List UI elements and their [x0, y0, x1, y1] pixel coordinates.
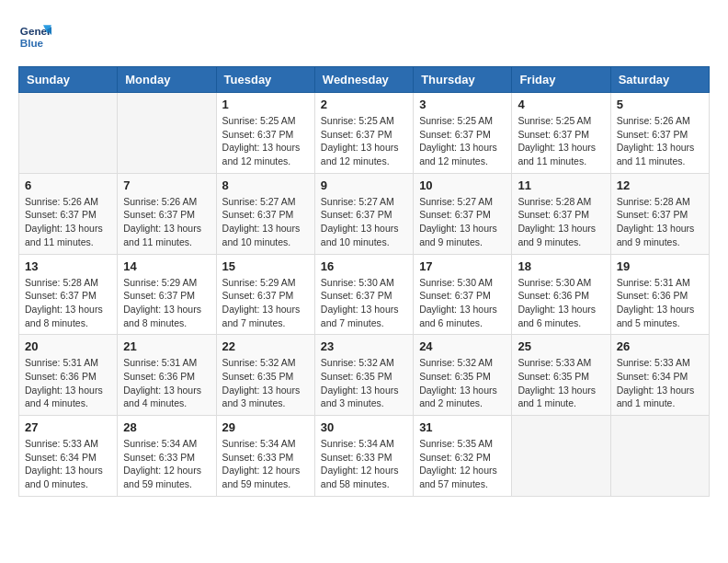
day-detail: Sunrise: 5:26 AMSunset: 6:37 PMDaylight:…: [617, 114, 703, 168]
day-number: 8: [222, 178, 309, 192]
day-detail: Sunrise: 5:25 AMSunset: 6:37 PMDaylight:…: [518, 114, 604, 168]
day-number: 19: [617, 259, 703, 273]
day-cell: 27Sunrise: 5:33 AMSunset: 6:34 PMDayligh…: [19, 416, 118, 497]
day-detail: Sunrise: 5:29 AMSunset: 6:37 PMDaylight:…: [123, 276, 210, 330]
day-detail: Sunrise: 5:35 AMSunset: 6:32 PMDaylight:…: [419, 437, 506, 491]
col-header-wednesday: Wednesday: [314, 67, 413, 93]
col-header-monday: Monday: [118, 67, 216, 93]
day-number: 31: [419, 420, 506, 434]
day-cell: 7Sunrise: 5:26 AMSunset: 6:37 PMDaylight…: [118, 173, 216, 254]
day-cell: [512, 416, 610, 497]
day-detail: Sunrise: 5:29 AMSunset: 6:37 PMDaylight:…: [222, 276, 309, 330]
col-header-friday: Friday: [512, 67, 610, 93]
day-cell: 25Sunrise: 5:33 AMSunset: 6:35 PMDayligh…: [512, 335, 610, 416]
col-header-saturday: Saturday: [610, 67, 709, 93]
day-cell: 23Sunrise: 5:32 AMSunset: 6:35 PMDayligh…: [314, 335, 413, 416]
day-cell: 2Sunrise: 5:25 AMSunset: 6:37 PMDaylight…: [314, 93, 413, 174]
day-detail: Sunrise: 5:32 AMSunset: 6:35 PMDaylight:…: [222, 356, 309, 410]
day-detail: Sunrise: 5:33 AMSunset: 6:34 PMDaylight:…: [617, 356, 703, 410]
day-detail: Sunrise: 5:31 AMSunset: 6:36 PMDaylight:…: [617, 276, 703, 330]
day-cell: [610, 416, 709, 497]
logo: General Blue: [18, 18, 57, 52]
day-cell: 6Sunrise: 5:26 AMSunset: 6:37 PMDaylight…: [19, 173, 118, 254]
day-cell: 8Sunrise: 5:27 AMSunset: 6:37 PMDaylight…: [216, 173, 314, 254]
day-number: 11: [518, 178, 604, 192]
day-number: 21: [123, 339, 210, 353]
day-cell: 19Sunrise: 5:31 AMSunset: 6:36 PMDayligh…: [610, 254, 709, 335]
day-cell: 30Sunrise: 5:34 AMSunset: 6:33 PMDayligh…: [314, 416, 413, 497]
day-cell: 1Sunrise: 5:25 AMSunset: 6:37 PMDaylight…: [216, 93, 314, 174]
day-detail: Sunrise: 5:31 AMSunset: 6:36 PMDaylight:…: [123, 356, 210, 410]
day-detail: Sunrise: 5:25 AMSunset: 6:37 PMDaylight:…: [222, 114, 309, 168]
day-cell: 17Sunrise: 5:30 AMSunset: 6:37 PMDayligh…: [414, 254, 512, 335]
day-number: 13: [25, 259, 111, 273]
day-cell: 13Sunrise: 5:28 AMSunset: 6:37 PMDayligh…: [19, 254, 118, 335]
col-header-tuesday: Tuesday: [216, 67, 314, 93]
day-cell: 24Sunrise: 5:32 AMSunset: 6:35 PMDayligh…: [414, 335, 512, 416]
day-number: 7: [123, 178, 210, 192]
logo-icon: General Blue: [18, 18, 51, 52]
day-number: 15: [222, 259, 309, 273]
day-number: 29: [222, 420, 309, 434]
day-cell: 14Sunrise: 5:29 AMSunset: 6:37 PMDayligh…: [118, 254, 216, 335]
day-detail: Sunrise: 5:25 AMSunset: 6:37 PMDaylight:…: [419, 114, 506, 168]
day-cell: 20Sunrise: 5:31 AMSunset: 6:36 PMDayligh…: [19, 335, 118, 416]
day-cell: 4Sunrise: 5:25 AMSunset: 6:37 PMDaylight…: [512, 93, 610, 174]
day-detail: Sunrise: 5:34 AMSunset: 6:33 PMDaylight:…: [222, 437, 309, 491]
day-number: 24: [419, 339, 506, 353]
day-detail: Sunrise: 5:30 AMSunset: 6:37 PMDaylight:…: [419, 276, 506, 330]
day-detail: Sunrise: 5:33 AMSunset: 6:35 PMDaylight:…: [518, 356, 604, 410]
page-header: General Blue: [18, 18, 710, 52]
day-detail: Sunrise: 5:27 AMSunset: 6:37 PMDaylight:…: [321, 195, 407, 249]
day-cell: 3Sunrise: 5:25 AMSunset: 6:37 PMDaylight…: [414, 93, 512, 174]
day-cell: 31Sunrise: 5:35 AMSunset: 6:32 PMDayligh…: [414, 416, 512, 497]
day-detail: Sunrise: 5:25 AMSunset: 6:37 PMDaylight:…: [321, 114, 407, 168]
day-detail: Sunrise: 5:28 AMSunset: 6:37 PMDaylight:…: [518, 195, 604, 249]
day-number: 28: [123, 420, 210, 434]
day-cell: 12Sunrise: 5:28 AMSunset: 6:37 PMDayligh…: [610, 173, 709, 254]
day-number: 6: [25, 178, 111, 192]
day-cell: 15Sunrise: 5:29 AMSunset: 6:37 PMDayligh…: [216, 254, 314, 335]
day-number: 20: [25, 339, 111, 353]
week-row-4: 20Sunrise: 5:31 AMSunset: 6:36 PMDayligh…: [19, 335, 710, 416]
calendar-table: SundayMondayTuesdayWednesdayThursdayFrid…: [18, 66, 710, 497]
day-cell: 9Sunrise: 5:27 AMSunset: 6:37 PMDaylight…: [314, 173, 413, 254]
day-detail: Sunrise: 5:30 AMSunset: 6:36 PMDaylight:…: [518, 276, 604, 330]
week-row-1: 1Sunrise: 5:25 AMSunset: 6:37 PMDaylight…: [19, 93, 710, 174]
col-header-thursday: Thursday: [414, 67, 512, 93]
day-cell: 11Sunrise: 5:28 AMSunset: 6:37 PMDayligh…: [512, 173, 610, 254]
day-number: 12: [617, 178, 703, 192]
day-cell: 22Sunrise: 5:32 AMSunset: 6:35 PMDayligh…: [216, 335, 314, 416]
week-row-3: 13Sunrise: 5:28 AMSunset: 6:37 PMDayligh…: [19, 254, 710, 335]
day-detail: Sunrise: 5:26 AMSunset: 6:37 PMDaylight:…: [25, 195, 111, 249]
day-number: 27: [25, 420, 111, 434]
day-cell: 21Sunrise: 5:31 AMSunset: 6:36 PMDayligh…: [118, 335, 216, 416]
day-cell: [118, 93, 216, 174]
day-detail: Sunrise: 5:34 AMSunset: 6:33 PMDaylight:…: [321, 437, 407, 491]
day-number: 9: [321, 178, 407, 192]
day-detail: Sunrise: 5:28 AMSunset: 6:37 PMDaylight:…: [25, 276, 111, 330]
day-cell: 26Sunrise: 5:33 AMSunset: 6:34 PMDayligh…: [610, 335, 709, 416]
day-cell: 5Sunrise: 5:26 AMSunset: 6:37 PMDaylight…: [610, 93, 709, 174]
day-number: 18: [518, 259, 604, 273]
day-detail: Sunrise: 5:30 AMSunset: 6:37 PMDaylight:…: [321, 276, 407, 330]
day-cell: 18Sunrise: 5:30 AMSunset: 6:36 PMDayligh…: [512, 254, 610, 335]
col-header-sunday: Sunday: [19, 67, 118, 93]
day-cell: 28Sunrise: 5:34 AMSunset: 6:33 PMDayligh…: [118, 416, 216, 497]
svg-text:Blue: Blue: [20, 37, 44, 49]
day-detail: Sunrise: 5:31 AMSunset: 6:36 PMDaylight:…: [25, 356, 111, 410]
day-number: 4: [518, 98, 604, 111]
day-detail: Sunrise: 5:32 AMSunset: 6:35 PMDaylight:…: [321, 356, 407, 410]
day-number: 5: [617, 98, 703, 111]
day-detail: Sunrise: 5:26 AMSunset: 6:37 PMDaylight:…: [123, 195, 210, 249]
day-number: 25: [518, 339, 604, 353]
week-row-5: 27Sunrise: 5:33 AMSunset: 6:34 PMDayligh…: [19, 416, 710, 497]
day-detail: Sunrise: 5:27 AMSunset: 6:37 PMDaylight:…: [419, 195, 506, 249]
day-number: 10: [419, 178, 506, 192]
calendar-header-row: SundayMondayTuesdayWednesdayThursdayFrid…: [19, 67, 710, 93]
day-cell: 10Sunrise: 5:27 AMSunset: 6:37 PMDayligh…: [414, 173, 512, 254]
day-detail: Sunrise: 5:32 AMSunset: 6:35 PMDaylight:…: [419, 356, 506, 410]
day-number: 30: [321, 420, 407, 434]
day-number: 22: [222, 339, 309, 353]
day-cell: 29Sunrise: 5:34 AMSunset: 6:33 PMDayligh…: [216, 416, 314, 497]
